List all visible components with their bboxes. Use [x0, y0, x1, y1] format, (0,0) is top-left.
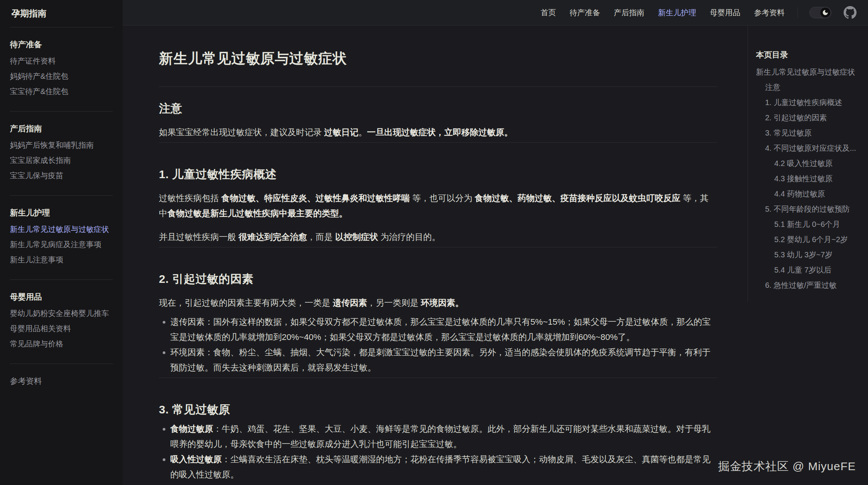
bold-text: 吸入性过敏原 — [170, 455, 222, 464]
sidebar-item-3-3[interactable]: 母婴用品相关资料 — [10, 324, 71, 333]
sidebar-item-0-2[interactable]: 宝宝待产&住院包 — [10, 87, 68, 96]
sidebar-item-3-2[interactable]: 婴儿推车 — [78, 309, 109, 317]
toc-item-1[interactable]: 注意 — [756, 83, 780, 91]
text: ，而是 — [307, 232, 335, 242]
toc-item-2[interactable]: 1. 儿童过敏性疾病概述 — [756, 98, 842, 107]
nav-link-3[interactable]: 新生儿护理 — [658, 8, 696, 18]
site-title[interactable]: 孕期指南 — [10, 0, 113, 27]
page-title: 新生儿常见过敏原与过敏症状 — [159, 49, 717, 68]
sidebar-item-2-0[interactable]: 新生儿常见过敏原与过敏症状 — [10, 225, 109, 233]
paragraph: 并且过敏性疾病一般 很难达到完全治愈，而是 以控制症状 为治疗的目的。 — [159, 230, 717, 245]
article-sections: 注意如果宝宝经常出现过敏症状，建议及时记录 过敏日记。一旦出现过敏症状，立即移除… — [159, 86, 717, 485]
bold-text: 食物过敏、药物过敏、疫苗接种反应以及蚊虫叮咬反应 — [475, 193, 681, 203]
section-2: 2. 引起过敏的因素现在，引起过敏的因素主要有两大类，一类是 遗传因素，另一类则… — [159, 247, 717, 375]
theme-toggle[interactable] — [809, 7, 831, 18]
sidebar-item-3-1[interactable]: 安全座椅 — [48, 309, 78, 317]
sidebar-group-title-2: 新生儿护理 — [10, 207, 113, 219]
toc-item-6[interactable]: 4.1 食物过敏原 — [856, 144, 868, 152]
text: 等，也可以分为 — [410, 193, 475, 203]
nav-link-2[interactable]: 产后指南 — [614, 8, 644, 18]
section-0: 注意如果宝宝经常出现过敏症状，建议及时记录 过敏日记。一旦出现过敏症状，立即移除… — [159, 86, 717, 140]
section-heading-0: 注意 — [159, 101, 717, 116]
toc-item-5[interactable]: 4. 不同过敏原对应症状及... — [756, 144, 856, 152]
section-3: 3. 常见过敏原食物过敏原：牛奶、鸡蛋、花生、坚果、大豆、小麦、海鲜等是常见的食… — [159, 378, 717, 485]
bold-text: 食物过敏、特应性皮炎、过敏性鼻炎和过敏性哮喘 — [221, 193, 410, 203]
sidebar-group-title-0: 待产准备 — [10, 39, 113, 50]
toc-item-0[interactable]: 新生儿常见过敏原与过敏症状 — [756, 68, 855, 76]
text: ，另一类则是 — [367, 298, 421, 308]
nav-link-1[interactable]: 待产准备 — [570, 8, 600, 18]
list-item: 遗传因素：国外有这样的数据，如果父母双方都不是过敏体质，那么宝宝是过敏体质的几率… — [170, 314, 717, 345]
bullet-list: 食物过敏原：牛奶、鸡蛋、花生、坚果、大豆、小麦、海鲜等是常见的食物过敏原。此外，… — [159, 421, 717, 485]
navbar-divider — [798, 7, 798, 18]
text: 如果宝宝经常出现过敏症状，建议及时记录 — [159, 128, 324, 137]
sidebar-groups: 待产准备待产证件资料妈妈待产&住院包宝宝待产&住院包产后指南妈妈产后恢复和哺乳指… — [10, 27, 113, 399]
watermark: 掘金技术社区 @ MiyueFE — [718, 459, 856, 474]
bold-text: 遗传因素 — [333, 298, 367, 308]
nav-link-4[interactable]: 母婴用品 — [710, 8, 740, 18]
sidebar-group-3: 母婴用品婴幼儿奶粉安全座椅婴儿推车母婴用品相关资料常见品牌与价格 — [10, 280, 113, 364]
sidebar-item-2-1[interactable]: 新生儿常见病症及注意事项 — [10, 240, 101, 249]
text: 并且过敏性疾病一般 — [159, 232, 239, 242]
github-icon — [844, 6, 857, 19]
sidebar-item-0-0[interactable]: 待产证件资料 — [10, 57, 56, 65]
sidebar-group-0: 待产准备待产证件资料妈妈待产&住院包宝宝待产&住院包 — [10, 27, 113, 112]
sidebar-item-2-2[interactable]: 新生儿注意事项 — [10, 255, 63, 264]
toc-item-12[interactable]: 5.2 婴幼儿 6个月~2岁 — [756, 235, 848, 244]
bold-text: 以控制症状 — [335, 232, 378, 242]
bold-text: 食物过敏原 — [170, 424, 213, 434]
toc-title: 本页目录 — [756, 48, 862, 61]
sidebar-item-1-0[interactable]: 妈妈产后恢复和哺乳指南 — [10, 141, 94, 149]
toc-item-3[interactable]: 2. 引起过敏的因素 — [756, 113, 827, 122]
toc-item-7[interactable]: 4.2 吸入性过敏原 — [756, 159, 833, 168]
sidebar-item-1-2[interactable]: 宝宝儿保与疫苗 — [10, 171, 63, 180]
section-heading-3: 3. 常见过敏原 — [159, 402, 717, 418]
sidebar-group-title-3: 母婴用品 — [10, 291, 113, 303]
paragraph: 过敏性疾病包括 食物过敏、特应性皮炎、过敏性鼻炎和过敏性哮喘 等，也可以分为 食… — [159, 191, 717, 221]
bold-text: 环境因素。 — [421, 298, 464, 308]
sidebar-group-title-4[interactable]: 参考资料 — [10, 375, 113, 387]
nav-link-5[interactable]: 参考资料 — [754, 8, 785, 18]
theme-toggle-knob — [820, 8, 830, 18]
list-item: 环境因素：食物、粉尘、尘螨、抽烟、大气污染，都是刺激宝宝过敏的主要因素。另外，适… — [170, 345, 717, 375]
sidebar-item-3-0[interactable]: 婴幼儿奶粉 — [10, 309, 48, 317]
list-item: 接触性过敏原：羊毛、染料、化妆品、乳胶、化纤衣物、清洁剂、消毒剂，以及一些婴儿护… — [170, 482, 717, 485]
text: 环境因素：食物、粉尘、尘螨、抽烟、大气污染，都是刺激宝宝过敏的主要因素。另外，适… — [170, 348, 711, 372]
toc-item-9[interactable]: 4.4 药物过敏原 — [756, 190, 825, 198]
text: 为治疗的目的。 — [378, 232, 440, 242]
article: 新生儿常见过敏原与过敏症状 注意如果宝宝经常出现过敏症状，建议及时记录 过敏日记… — [159, 26, 717, 485]
sidebar-group-2: 新生儿护理新生儿常见过敏原与过敏症状新生儿常见病症及注意事项新生儿注意事项 — [10, 196, 113, 280]
nav-link-0[interactable]: 首页 — [541, 8, 556, 18]
moon-icon — [822, 10, 828, 16]
toc: 本页目录 新生儿常见过敏原与过敏症状注意1. 儿童过敏性疾病概述2. 引起过敏的… — [748, 26, 862, 302]
sidebar: 孕期指南 待产准备待产证件资料妈妈待产&住院包宝宝待产&住院包产后指南妈妈产后恢… — [0, 0, 123, 485]
sidebar-item-1-1[interactable]: 宝宝居家成长指南 — [10, 156, 71, 164]
paragraph: 如果宝宝经常出现过敏症状，建议及时记录 过敏日记。一旦出现过敏症状，立即移除过敏… — [159, 125, 717, 140]
list-item: 食物过敏原：牛奶、鸡蛋、花生、坚果、大豆、小麦、海鲜等是常见的食物过敏原。此外，… — [170, 421, 717, 452]
navbar: 首页待产准备产后指南新生儿护理母婴用品参考资料 — [123, 0, 868, 26]
bold-text: 一旦出现过敏症状，立即移除过敏原。 — [367, 128, 513, 137]
text: ：牛奶、鸡蛋、花生、坚果、大豆、小麦、海鲜等是常见的食物过敏原。此外，部分新生儿… — [170, 424, 711, 449]
section-heading-1: 1. 儿童过敏性疾病概述 — [159, 166, 717, 182]
toc-item-13[interactable]: 5.3 幼儿 3岁~7岁 — [756, 250, 833, 259]
text: 遗传因素：国外有这样的数据，如果父母双方都不是过敏体质，那么宝宝是过敏体质的几率… — [170, 317, 711, 342]
toc-item-10[interactable]: 5. 不同年龄段的过敏预防 — [756, 205, 850, 213]
list-item: 吸入性过敏原：尘螨喜欢生活在床垫、枕头等温暖潮湿的地方；花粉在传播季节容易被宝宝… — [170, 452, 717, 482]
toc-item-14[interactable]: 5.4 儿童 7岁以后 — [756, 266, 831, 274]
bold-text: 过敏日记 — [324, 128, 359, 137]
section-heading-2: 2. 引起过敏的因素 — [159, 271, 717, 287]
section-1: 1. 儿童过敏性疾病概述过敏性疾病包括 食物过敏、特应性皮炎、过敏性鼻炎和过敏性… — [159, 142, 717, 245]
navbar-links: 首页待产准备产后指南新生儿护理母婴用品参考资料 — [541, 8, 785, 18]
bullet-list: 遗传因素：国外有这样的数据，如果父母双方都不是过敏体质，那么宝宝是过敏体质的几率… — [159, 314, 717, 375]
toc-item-15[interactable]: 6. 急性过敏/严重过敏 — [756, 281, 837, 289]
bold-text: 很难达到完全治愈 — [239, 232, 307, 242]
sidebar-item-0-1[interactable]: 妈妈待产&住院包 — [10, 72, 68, 80]
text: 现在，引起过敏的因素主要有两大类，一类是 — [159, 298, 333, 308]
toc-item-8[interactable]: 4.3 接触性过敏原 — [756, 174, 833, 183]
sidebar-group-title-1: 产后指南 — [10, 123, 113, 134]
toc-item-11[interactable]: 5.1 新生儿 0~6个月 — [756, 220, 840, 228]
toc-items: 新生儿常见过敏原与过敏症状注意1. 儿童过敏性疾病概述2. 引起过敏的因素3. … — [756, 64, 862, 293]
toc-item-4[interactable]: 3. 常见过敏原 — [756, 129, 812, 137]
sidebar-item-3-4[interactable]: 常见品牌与价格 — [10, 340, 63, 348]
github-link[interactable] — [844, 6, 857, 19]
